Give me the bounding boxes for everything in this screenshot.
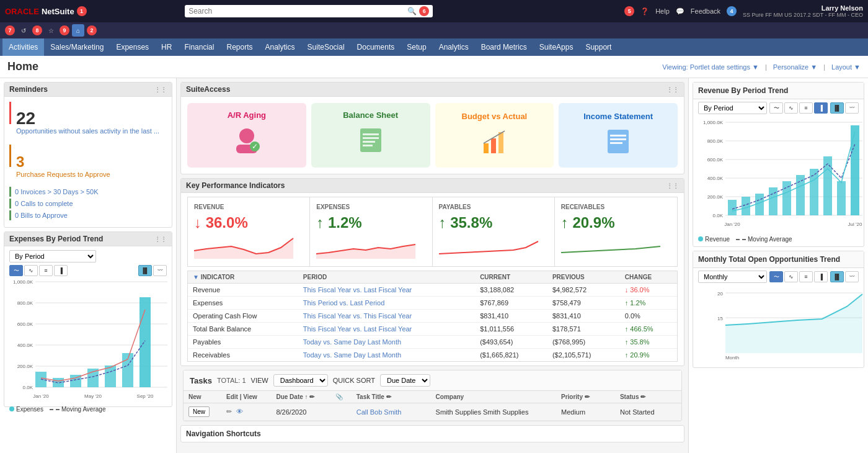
nav-item-analytics2[interactable]: Analytics	[433, 38, 475, 56]
suite-access-drag[interactable]: ⋮⋮	[666, 86, 679, 93]
tasks-date-edit-icon[interactable]: ✏	[309, 393, 314, 400]
revenue-multi-btn[interactable]: 〰	[845, 102, 859, 114]
opportunities-wave-btn[interactable]: ∿	[784, 271, 798, 282]
kpi-cell-payables-period[interactable]: Today vs. Same Day Last Month	[298, 336, 475, 349]
tasks-status-edit-icon[interactable]: ✏	[640, 393, 645, 400]
nav-item-documents[interactable]: Documents	[351, 38, 401, 56]
kpi-cell-bank-period[interactable]: This Fiscal Year vs. Last Fiscal Year	[298, 323, 475, 336]
expenses-multi-btn[interactable]: 〰	[153, 265, 167, 276]
kpi-filter-icon[interactable]: ▼	[193, 274, 199, 280]
revenue-wave-btn[interactable]: ∿	[784, 102, 798, 114]
nav-item-sales[interactable]: Sales/Marketing	[44, 38, 110, 56]
opportunities-period-select[interactable]: Monthly By Period	[698, 271, 767, 283]
portlet-date-settings[interactable]: Viewing: Portlet date settings ▼	[662, 63, 759, 71]
opportunities-chart-area: 20 15 Month	[698, 288, 859, 362]
nav-item-analytics[interactable]: Analytics	[259, 38, 301, 56]
tasks-view-select[interactable]: Dashboard All Tasks	[273, 374, 328, 387]
tasks-col-priority: Priority ✏	[556, 391, 603, 403]
reminder-link-3[interactable]: 0 Bills to Approve	[9, 210, 167, 220]
suite-card-ar-label: A/R Aging	[228, 110, 266, 120]
suite-card-budget[interactable]: Budget vs Actual	[435, 103, 554, 168]
svg-text:20: 20	[717, 291, 723, 297]
tasks-priority-edit-icon[interactable]: ✏	[585, 393, 590, 400]
kpi-drag[interactable]: ⋮⋮	[666, 182, 679, 189]
tasks-sort-select[interactable]: Due Date Priority	[380, 374, 430, 387]
favorites-icon-btn[interactable]: ☆	[45, 24, 57, 37]
svg-rect-56	[796, 175, 805, 215]
svg-text:Jan '20: Jan '20	[724, 222, 740, 227]
help-link[interactable]: Help	[655, 7, 670, 15]
expenses-period-select[interactable]: By Period By Month By Quarter	[9, 250, 96, 262]
kpi-cell-expenses-period[interactable]: This Period vs. Last Period	[298, 297, 475, 310]
revenue-period-select[interactable]: By Period Monthly	[698, 102, 767, 114]
opportunities-multi-btn[interactable]: 〰	[845, 271, 859, 282]
opportunities-table-btn[interactable]: ≡	[799, 271, 813, 282]
tasks-edit-icon[interactable]: ✏	[226, 408, 232, 415]
revenue-legend-moving-avg: Moving Average	[736, 236, 792, 243]
search-input[interactable]	[188, 7, 407, 16]
nav-item-hr[interactable]: HR	[155, 38, 178, 56]
kpi-cell-payables-previous: ($768,995)	[547, 336, 620, 349]
reminders-drag[interactable]: ⋮⋮	[154, 86, 167, 93]
nav-item-financial[interactable]: Financial	[178, 38, 220, 56]
reminder-link-2[interactable]: 0 Calls to complete	[9, 199, 167, 209]
tasks-new-btn[interactable]: New	[188, 406, 210, 417]
suite-card-income-stmt[interactable]: Income Statement	[559, 103, 678, 168]
tasks-cell-title[interactable]: Call Bob Smith	[352, 403, 418, 421]
kpi-card-receivables: RECEIVABLES ↑ 20.9%	[555, 197, 677, 266]
suite-access-section: SuiteAccess ⋮⋮ A/R Aging ✓ Balance Sheet	[180, 82, 684, 174]
revenue-line-btn[interactable]: 〜	[769, 102, 783, 114]
nav-item-activities[interactable]: Activities	[2, 38, 44, 56]
reminder-desc-2[interactable]: Purchase Requests to Approve	[16, 171, 110, 178]
nav-item-suitesocial[interactable]: SuiteSocial	[301, 38, 351, 56]
opportunities-bar-btn[interactable]: ▐	[814, 271, 828, 282]
kpi-cell-receivables-period[interactable]: Today vs. Same Day Last Month	[298, 349, 475, 362]
personalize-btn[interactable]: Personalize ▼	[773, 63, 817, 71]
nav-item-suiteapps[interactable]: SuiteApps	[533, 38, 580, 56]
tasks-section: Tasks TOTAL: 1 VIEW Dashboard All Tasks …	[183, 370, 682, 421]
tasks-cell-attach	[330, 403, 352, 421]
layout-btn[interactable]: Layout ▼	[831, 63, 861, 71]
kpi-row-expenses: Expenses This Period vs. Last Period $76…	[188, 297, 677, 310]
revenue-table-btn[interactable]: ≡	[799, 102, 813, 114]
suite-card-balance-icon	[355, 125, 386, 160]
suite-access-grid: A/R Aging ✓ Balance Sheet Budget vs Actu…	[181, 97, 684, 174]
nav-item-board-metrics[interactable]: Board Metrics	[475, 38, 533, 56]
expenses-drag[interactable]: ⋮⋮	[154, 236, 167, 243]
kpi-cell-cashflow-period[interactable]: This Fiscal Year vs. This Fiscal Year	[298, 310, 475, 323]
feedback-icon[interactable]: 💬	[676, 7, 684, 16]
expenses-line-chart-btn[interactable]: 〜	[9, 265, 23, 276]
expenses-table-btn[interactable]: ≡	[39, 265, 53, 276]
opportunities-area2-btn[interactable]: ▐▌	[830, 271, 844, 282]
help-icon[interactable]: ❓	[640, 7, 649, 16]
tasks-view-icon[interactable]: 👁	[236, 408, 243, 415]
tasks-title-edit-icon[interactable]: ✏	[386, 393, 391, 400]
reminder-desc-1[interactable]: Opportunities without sales activity in …	[16, 127, 159, 135]
svg-text:200.0K: 200.0K	[17, 364, 33, 369]
reminder-link-1[interactable]: 0 Invoices > 30 Days > 50K	[9, 187, 167, 197]
search-icon[interactable]: 🔍	[407, 7, 417, 16]
svg-text:0.0K: 0.0K	[23, 385, 33, 390]
svg-rect-36	[610, 135, 626, 137]
svg-rect-60	[851, 125, 859, 215]
recent-icon-btn[interactable]: ↺	[17, 24, 30, 37]
tasks-sort-label: QUICK SORT	[333, 377, 375, 384]
expenses-area-btn[interactable]: ▐▌	[138, 265, 152, 276]
suite-card-ar-aging[interactable]: A/R Aging ✓	[187, 103, 306, 168]
opportunities-line-btn[interactable]: 〜	[769, 271, 783, 282]
revenue-bar-btn[interactable]: ▐	[814, 102, 828, 114]
feedback-link[interactable]: Feedback	[691, 7, 720, 15]
home-icon-btn[interactable]: ⌂	[72, 24, 84, 37]
expenses-legend-expenses: Expenses	[9, 406, 43, 413]
revenue-area2-btn[interactable]: ▐▌	[830, 102, 844, 114]
kpi-cell-cashflow-current: $831,410	[475, 310, 547, 323]
expenses-bar-btn[interactable]: ▐	[54, 265, 68, 276]
expenses-wave-btn[interactable]: ∿	[24, 265, 38, 276]
suite-card-balance-sheet[interactable]: Balance Sheet	[311, 103, 430, 168]
nav-item-reports[interactable]: Reports	[220, 38, 259, 56]
nav-item-expenses[interactable]: Expenses	[110, 38, 155, 56]
kpi-cell-payables-change: ↑ 35.8%	[620, 336, 677, 349]
nav-item-support[interactable]: Support	[579, 38, 618, 56]
nav-item-setup[interactable]: Setup	[401, 38, 432, 56]
kpi-cell-revenue-period[interactable]: This Fiscal Year vs. Last Fiscal Year	[298, 284, 475, 297]
